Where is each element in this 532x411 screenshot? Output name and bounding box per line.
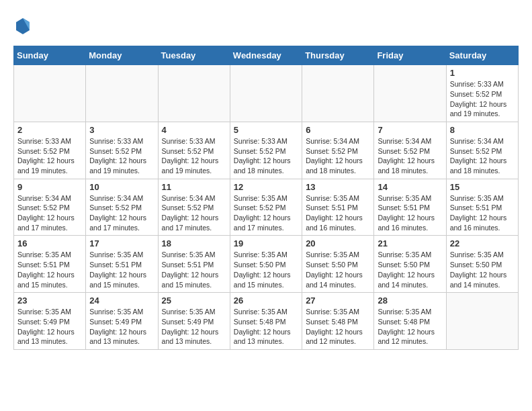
calendar-table: Sunday Monday Tuesday Wednesday Thursday… bbox=[13, 46, 519, 350]
day-number: 15 bbox=[450, 182, 515, 192]
calendar-cell: 2Sunrise: 5:33 AM Sunset: 5:52 PM Daylig… bbox=[14, 122, 86, 179]
day-number: 2 bbox=[17, 125, 82, 135]
header-monday: Monday bbox=[86, 46, 158, 65]
calendar-cell: 11Sunrise: 5:34 AM Sunset: 5:52 PM Dayli… bbox=[158, 179, 230, 236]
calendar-cell bbox=[14, 65, 86, 122]
day-number: 27 bbox=[306, 295, 370, 306]
logo bbox=[13, 17, 31, 39]
day-info: Sunrise: 5:34 AM Sunset: 5:52 PM Dayligh… bbox=[89, 193, 154, 233]
day-info: Sunrise: 5:33 AM Sunset: 5:52 PM Dayligh… bbox=[89, 136, 154, 176]
day-number: 17 bbox=[89, 238, 154, 248]
day-info: Sunrise: 5:35 AM Sunset: 5:51 PM Dayligh… bbox=[17, 250, 82, 289]
calendar-cell: 9Sunrise: 5:34 AM Sunset: 5:52 PM Daylig… bbox=[14, 179, 86, 236]
calendar-cell: 13Sunrise: 5:35 AM Sunset: 5:51 PM Dayli… bbox=[302, 179, 374, 236]
calendar-cell: 20Sunrise: 5:35 AM Sunset: 5:50 PM Dayli… bbox=[302, 236, 374, 293]
day-info: Sunrise: 5:33 AM Sunset: 5:52 PM Dayligh… bbox=[450, 79, 515, 119]
calendar-cell: 19Sunrise: 5:35 AM Sunset: 5:50 PM Dayli… bbox=[230, 236, 302, 293]
day-info: Sunrise: 5:34 AM Sunset: 5:52 PM Dayligh… bbox=[378, 136, 442, 176]
day-number: 6 bbox=[306, 125, 370, 135]
header-wednesday: Wednesday bbox=[230, 46, 302, 65]
day-info: Sunrise: 5:35 AM Sunset: 5:51 PM Dayligh… bbox=[306, 193, 370, 233]
calendar-cell: 28Sunrise: 5:35 AM Sunset: 5:48 PM Dayli… bbox=[374, 293, 446, 350]
day-number: 12 bbox=[234, 182, 298, 192]
day-number: 11 bbox=[162, 182, 226, 192]
day-number: 4 bbox=[162, 125, 226, 135]
day-info: Sunrise: 5:35 AM Sunset: 5:51 PM Dayligh… bbox=[378, 193, 442, 233]
calendar-cell: 6Sunrise: 5:34 AM Sunset: 5:52 PM Daylig… bbox=[302, 122, 374, 179]
calendar-cell: 12Sunrise: 5:35 AM Sunset: 5:52 PM Dayli… bbox=[230, 179, 302, 236]
day-number: 10 bbox=[89, 182, 154, 192]
calendar-cell bbox=[446, 293, 518, 350]
day-number: 13 bbox=[306, 182, 370, 192]
calendar-cell: 16Sunrise: 5:35 AM Sunset: 5:51 PM Dayli… bbox=[14, 236, 86, 293]
day-info: Sunrise: 5:35 AM Sunset: 5:50 PM Dayligh… bbox=[306, 250, 370, 289]
day-info: Sunrise: 5:35 AM Sunset: 5:48 PM Dayligh… bbox=[378, 307, 442, 347]
calendar-cell: 17Sunrise: 5:35 AM Sunset: 5:51 PM Dayli… bbox=[86, 236, 158, 293]
day-number: 18 bbox=[162, 238, 226, 248]
day-number: 16 bbox=[17, 238, 82, 248]
day-number: 21 bbox=[378, 238, 442, 248]
day-info: Sunrise: 5:33 AM Sunset: 5:52 PM Dayligh… bbox=[17, 136, 82, 176]
day-info: Sunrise: 5:33 AM Sunset: 5:52 PM Dayligh… bbox=[162, 136, 226, 176]
calendar-cell: 15Sunrise: 5:35 AM Sunset: 5:51 PM Dayli… bbox=[446, 179, 518, 236]
calendar-week-row: 1Sunrise: 5:33 AM Sunset: 5:52 PM Daylig… bbox=[14, 65, 519, 122]
day-info: Sunrise: 5:35 AM Sunset: 5:50 PM Dayligh… bbox=[378, 250, 442, 289]
calendar-cell: 18Sunrise: 5:35 AM Sunset: 5:51 PM Dayli… bbox=[158, 236, 230, 293]
calendar-cell bbox=[302, 65, 374, 122]
calendar-cell: 24Sunrise: 5:35 AM Sunset: 5:49 PM Dayli… bbox=[86, 293, 158, 350]
day-info: Sunrise: 5:35 AM Sunset: 5:48 PM Dayligh… bbox=[234, 307, 298, 347]
day-number: 22 bbox=[450, 238, 515, 248]
day-info: Sunrise: 5:33 AM Sunset: 5:52 PM Dayligh… bbox=[234, 136, 298, 176]
header-sunday: Sunday bbox=[14, 46, 86, 65]
day-info: Sunrise: 5:34 AM Sunset: 5:52 PM Dayligh… bbox=[450, 136, 515, 176]
day-number: 3 bbox=[89, 125, 154, 135]
calendar-cell: 3Sunrise: 5:33 AM Sunset: 5:52 PM Daylig… bbox=[86, 122, 158, 179]
calendar-cell: 5Sunrise: 5:33 AM Sunset: 5:52 PM Daylig… bbox=[230, 122, 302, 179]
header-tuesday: Tuesday bbox=[158, 46, 230, 65]
header-friday: Friday bbox=[374, 46, 446, 65]
day-info: Sunrise: 5:35 AM Sunset: 5:49 PM Dayligh… bbox=[89, 307, 154, 347]
calendar-cell: 22Sunrise: 5:35 AM Sunset: 5:50 PM Dayli… bbox=[446, 236, 518, 293]
day-number: 5 bbox=[234, 125, 298, 135]
calendar-cell: 26Sunrise: 5:35 AM Sunset: 5:48 PM Dayli… bbox=[230, 293, 302, 350]
day-number: 26 bbox=[234, 295, 298, 306]
day-info: Sunrise: 5:34 AM Sunset: 5:52 PM Dayligh… bbox=[17, 193, 82, 233]
calendar-cell: 23Sunrise: 5:35 AM Sunset: 5:49 PM Dayli… bbox=[14, 293, 86, 350]
day-number: 23 bbox=[17, 295, 82, 306]
calendar-week-row: 2Sunrise: 5:33 AM Sunset: 5:52 PM Daylig… bbox=[14, 122, 519, 179]
logo-icon bbox=[15, 17, 31, 36]
day-number: 19 bbox=[234, 238, 298, 248]
day-info: Sunrise: 5:35 AM Sunset: 5:51 PM Dayligh… bbox=[450, 193, 515, 233]
header-thursday: Thursday bbox=[302, 46, 374, 65]
day-info: Sunrise: 5:35 AM Sunset: 5:50 PM Dayligh… bbox=[234, 250, 298, 289]
day-number: 9 bbox=[17, 182, 82, 192]
calendar-week-row: 23Sunrise: 5:35 AM Sunset: 5:49 PM Dayli… bbox=[14, 293, 519, 350]
calendar-cell bbox=[230, 65, 302, 122]
day-info: Sunrise: 5:35 AM Sunset: 5:49 PM Dayligh… bbox=[162, 307, 226, 347]
calendar-cell: 1Sunrise: 5:33 AM Sunset: 5:52 PM Daylig… bbox=[446, 65, 518, 122]
day-number: 8 bbox=[450, 125, 515, 135]
calendar-cell bbox=[86, 65, 158, 122]
calendar-cell: 7Sunrise: 5:34 AM Sunset: 5:52 PM Daylig… bbox=[374, 122, 446, 179]
page-header bbox=[13, 13, 519, 39]
day-number: 25 bbox=[162, 295, 226, 306]
day-number: 24 bbox=[89, 295, 154, 306]
day-number: 20 bbox=[306, 238, 370, 248]
day-info: Sunrise: 5:34 AM Sunset: 5:52 PM Dayligh… bbox=[306, 136, 370, 176]
calendar-week-row: 16Sunrise: 5:35 AM Sunset: 5:51 PM Dayli… bbox=[14, 236, 519, 293]
day-info: Sunrise: 5:35 AM Sunset: 5:48 PM Dayligh… bbox=[306, 307, 370, 347]
calendar-cell bbox=[158, 65, 230, 122]
calendar-cell: 14Sunrise: 5:35 AM Sunset: 5:51 PM Dayli… bbox=[374, 179, 446, 236]
calendar-cell: 21Sunrise: 5:35 AM Sunset: 5:50 PM Dayli… bbox=[374, 236, 446, 293]
day-number: 28 bbox=[378, 295, 442, 306]
calendar-cell: 27Sunrise: 5:35 AM Sunset: 5:48 PM Dayli… bbox=[302, 293, 374, 350]
day-info: Sunrise: 5:35 AM Sunset: 5:51 PM Dayligh… bbox=[162, 250, 226, 289]
day-info: Sunrise: 5:34 AM Sunset: 5:52 PM Dayligh… bbox=[162, 193, 226, 233]
day-number: 1 bbox=[450, 68, 515, 78]
header-saturday: Saturday bbox=[446, 46, 518, 65]
day-number: 7 bbox=[378, 125, 442, 135]
day-info: Sunrise: 5:35 AM Sunset: 5:49 PM Dayligh… bbox=[17, 307, 82, 347]
calendar-cell: 10Sunrise: 5:34 AM Sunset: 5:52 PM Dayli… bbox=[86, 179, 158, 236]
calendar-cell: 4Sunrise: 5:33 AM Sunset: 5:52 PM Daylig… bbox=[158, 122, 230, 179]
day-number: 14 bbox=[378, 182, 442, 192]
